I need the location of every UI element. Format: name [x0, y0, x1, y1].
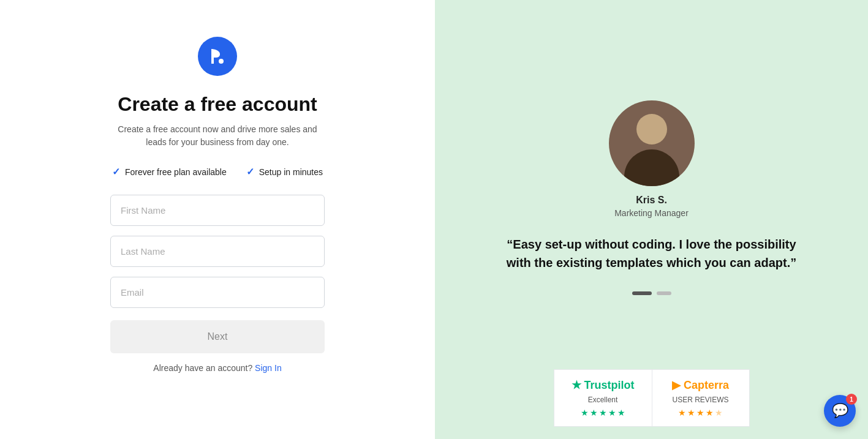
star-c3: ★ — [696, 408, 704, 418]
next-button[interactable]: Next — [110, 320, 325, 353]
star-4: ★ — [608, 408, 616, 418]
star-5: ★ — [617, 408, 625, 418]
sign-in-link[interactable]: Sign In — [255, 363, 282, 373]
feature-label-setup-minutes: Setup in minutes — [259, 167, 323, 177]
capterra-label: USER REVIEWS — [672, 396, 728, 404]
trustpilot-brand: ★ Trustpilot — [572, 378, 635, 392]
svg-point-1 — [219, 59, 224, 64]
trustpilot-label: Excellent — [588, 396, 618, 404]
notification-badge: 1 — [846, 394, 857, 405]
chat-bubble-button[interactable]: 💬 1 — [824, 395, 856, 427]
trustpilot-stars: ★ ★ ★ ★ ★ — [581, 408, 625, 418]
last-name-input[interactable] — [110, 236, 325, 267]
person-name: Kris S. — [636, 195, 667, 206]
page-title: Create a free account — [118, 93, 317, 116]
capterra-stars: ★ ★ ★ ★ ★ — [678, 408, 723, 418]
feature-forever-free: ✓ Forever free plan available — [112, 166, 227, 178]
star-c2: ★ — [687, 408, 695, 418]
signup-form: Next — [110, 195, 325, 353]
star-3: ★ — [599, 408, 607, 418]
email-input[interactable] — [110, 277, 325, 308]
avatar — [609, 100, 695, 186]
feature-setup-minutes: ✓ Setup in minutes — [246, 166, 323, 178]
checkmark-icon-2: ✓ — [246, 166, 254, 178]
capterra-badge: ▶ Capterra USER REVIEWS ★ ★ ★ ★ ★ — [652, 369, 750, 427]
logo — [198, 37, 237, 78]
testimonial-quote: “Easy set-up without coding. I love the … — [499, 235, 805, 272]
pagination-dots — [632, 291, 671, 295]
page-subtitle: Create a free account now and drive more… — [110, 123, 325, 149]
dot-1 — [632, 291, 652, 295]
star-c5: ★ — [715, 408, 723, 418]
right-panel: Kris S. Marketing Manager “Easy set-up w… — [435, 0, 868, 439]
capterra-brand: ▶ Capterra — [672, 378, 729, 392]
review-badges: ★ Trustpilot Excellent ★ ★ ★ ★ ★ ▶ Capte… — [554, 369, 750, 427]
first-name-input[interactable] — [110, 195, 325, 226]
chat-icon: 💬 — [832, 403, 848, 419]
feature-label-forever-free: Forever free plan available — [125, 167, 227, 177]
left-panel: Create a free account Create a free acco… — [0, 0, 435, 439]
star-1: ★ — [581, 408, 589, 418]
person-title: Marketing Manager — [614, 208, 689, 218]
features-row: ✓ Forever free plan available ✓ Setup in… — [112, 166, 323, 178]
star-c4: ★ — [706, 408, 714, 418]
star-c1: ★ — [678, 408, 686, 418]
checkmark-icon: ✓ — [112, 166, 120, 178]
sign-in-text: Already have an account? — [153, 363, 252, 373]
dot-2 — [657, 291, 671, 295]
trustpilot-badge: ★ Trustpilot Excellent ★ ★ ★ ★ ★ — [554, 369, 652, 427]
star-2: ★ — [590, 408, 598, 418]
sign-in-section: Already have an account? Sign In — [153, 363, 281, 373]
